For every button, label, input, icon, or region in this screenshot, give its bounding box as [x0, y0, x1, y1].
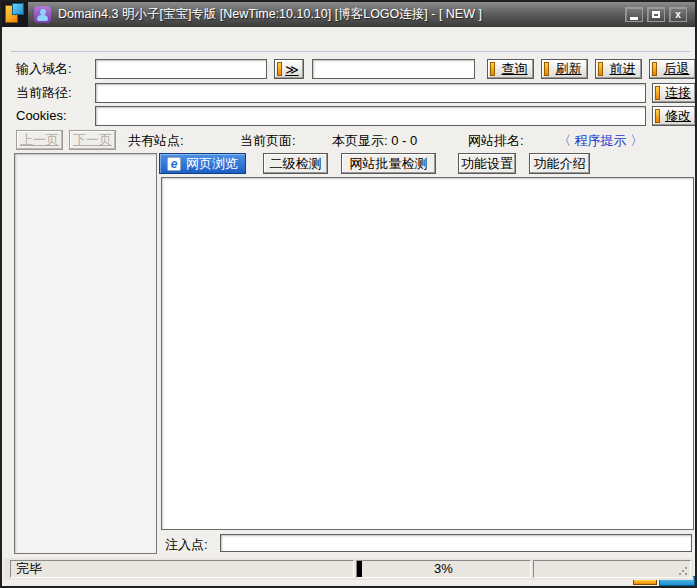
close-button[interactable]: x — [669, 7, 687, 22]
cookies-input[interactable] — [95, 106, 646, 126]
close-icon: x — [675, 10, 681, 20]
page-display-label: 本页显示: 0 - 0 — [332, 131, 417, 150]
resize-grip-icon[interactable] — [678, 566, 688, 576]
button-accent-bar — [655, 109, 660, 123]
tab-label: 旁注检测 — [43, 31, 95, 49]
ie-browser-icon: e — [167, 157, 181, 171]
button-accent-bar — [598, 62, 603, 76]
subtab-second-level-check[interactable]: 二级检测 — [263, 153, 328, 174]
program-tip-link[interactable]: 〈 程序提示 〉 — [558, 131, 643, 150]
url-input[interactable] — [312, 59, 475, 79]
tab-label: 关于程序 — [1, 31, 53, 49]
crack-tool-icon — [0, 32, 11, 47]
injection-point-input[interactable] — [220, 534, 692, 552]
site-list-box[interactable] — [14, 153, 157, 554]
database-icon — [3, 32, 18, 47]
maximize-button[interactable] — [647, 7, 665, 22]
current-page-label: 当前页面: — [240, 131, 296, 150]
modify-button[interactable]: 修改 — [652, 106, 696, 126]
prev-page-button[interactable]: 上一页 — [16, 130, 63, 150]
maximize-icon — [652, 11, 660, 18]
query-button[interactable]: 查询 — [487, 59, 534, 79]
subtab-batch-check[interactable]: 网站批量检测 — [341, 153, 436, 174]
app-icon — [34, 6, 51, 23]
expand-button[interactable]: ≫ — [274, 59, 304, 79]
refresh-button[interactable]: 刷新 — [541, 59, 588, 79]
path-input[interactable] — [95, 83, 646, 103]
injection-point-label: 注入点: — [165, 535, 208, 554]
button-accent-bar — [652, 62, 657, 76]
main-tab-strip: 旁注检测 综合上传 SQL注入 数据库管理 破解工具 — [11, 28, 690, 52]
domain-label: 输入域名: — [16, 59, 72, 79]
next-page-button[interactable]: 下一页 — [69, 130, 116, 150]
skin-corner-logo — [2, 2, 28, 27]
subtab-settings[interactable]: 功能设置 — [458, 153, 516, 174]
button-accent-bar — [277, 62, 282, 76]
button-accent-bar — [544, 62, 549, 76]
path-label: 当前路径: — [16, 83, 72, 103]
subtab-intro[interactable]: 功能介绍 — [529, 153, 590, 174]
progress-fill — [357, 560, 362, 578]
title-bar: Domain4.3 明小子[宝宝]专版 [NewTime:10.10.10] [… — [2, 2, 695, 27]
status-message: 完毕 — [10, 560, 354, 578]
sql-search-icon — [10, 32, 25, 47]
tab-label: 数据库管理 — [22, 31, 87, 49]
domain-input[interactable] — [95, 59, 267, 79]
minimize-button[interactable] — [625, 7, 643, 22]
progress-panel: 3% — [356, 560, 531, 578]
status-panel-right — [533, 560, 691, 578]
web-browser-view[interactable] — [161, 177, 694, 530]
cookies-label: Cookies: — [16, 106, 67, 126]
site-rank-label: 网站排名: — [468, 131, 524, 150]
tab-label: SQL注入 — [29, 31, 81, 49]
subtab-web-browse[interactable]: e 网页浏览 — [159, 153, 246, 174]
logo-blue-block — [12, 3, 24, 15]
tab-label: 破解工具 — [15, 31, 67, 49]
upload-chart-icon — [17, 32, 32, 47]
helper-doc-icon — [0, 32, 4, 47]
button-accent-bar — [655, 86, 660, 100]
button-accent-bar — [490, 62, 495, 76]
tab-label: 辅助工具 — [8, 31, 60, 49]
globe-search-icon — [24, 32, 39, 47]
forward-button[interactable]: 前进 — [595, 59, 642, 79]
connect-button[interactable]: 连接 — [652, 83, 696, 103]
progress-text: 3% — [434, 561, 453, 576]
total-sites-label: 共有站点: — [128, 131, 184, 150]
app-window: Domain4.3 明小子[宝宝]专版 [NewTime:10.10.10] [… — [0, 0, 697, 588]
window-title: Domain4.3 明小子[宝宝]专版 [NewTime:10.10.10] [… — [58, 2, 482, 27]
status-bar: 完毕 3% — [4, 558, 693, 580]
minimize-icon — [630, 17, 638, 20]
back-button[interactable]: 后退 — [649, 59, 696, 79]
tab-label: 综合上传 — [36, 31, 88, 49]
